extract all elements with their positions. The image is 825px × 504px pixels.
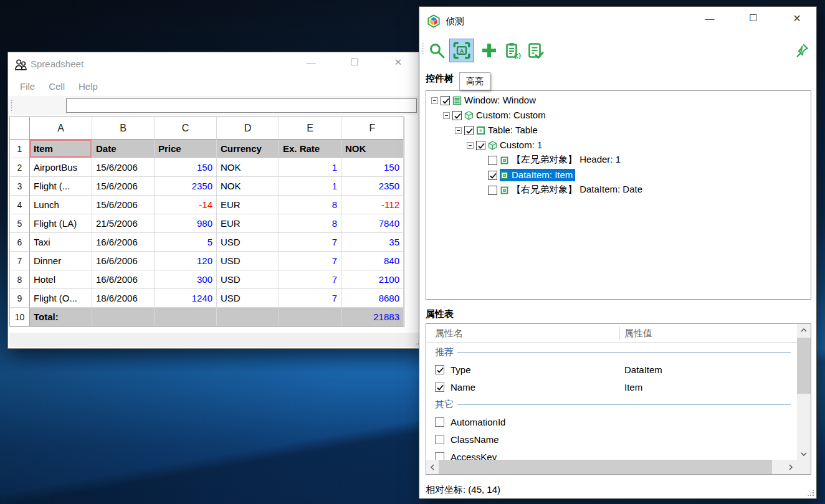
cell-A8[interactable]: Hotel <box>30 270 92 289</box>
tree-node-label[interactable]: Custom: 1 <box>500 139 544 151</box>
column-header-D[interactable]: D <box>217 117 279 140</box>
column-header-A[interactable]: A <box>30 117 92 140</box>
tree-node[interactable]: 【左兄弟对象】 Header: 1 <box>426 153 811 168</box>
property-row-accesskey[interactable]: AccessKey <box>426 448 797 460</box>
cell-E9[interactable]: 7 <box>279 289 341 308</box>
scroll-right-icon[interactable] <box>784 460 797 474</box>
horizontal-scrollbar[interactable] <box>426 460 811 474</box>
row-number-7[interactable]: 7 <box>10 252 30 270</box>
property-checkbox[interactable] <box>435 435 444 444</box>
inspector-close-button[interactable]: ✕ <box>783 7 811 29</box>
property-row-name[interactable]: NameItem <box>426 378 797 396</box>
spreadsheet-grid[interactable]: ABCDEF1ItemDatePriceCurrencyEx. RateNOK2… <box>9 116 404 327</box>
tree-node[interactable]: 【右兄弟对象】 DataItem: Date <box>426 183 811 197</box>
row-number-2[interactable]: 2 <box>10 158 30 177</box>
inspector-titlebar[interactable]: 侦测 — ☐ ✕ <box>419 7 816 35</box>
cell-D10[interactable] <box>217 308 279 326</box>
cell-B9[interactable]: 18/6/2006 <box>92 289 155 308</box>
spreadsheet-minimize-button[interactable]: — <box>297 52 325 72</box>
tree-node-body[interactable]: Table: Table <box>476 124 540 136</box>
cell-F7[interactable]: 840 <box>341 252 404 270</box>
search-icon[interactable] <box>427 40 447 60</box>
control-tree-panel[interactable]: Window: WindowCustom: CustomTable: Table… <box>426 90 811 300</box>
vertical-scrollbar-thumb[interactable] <box>797 338 811 394</box>
row-number-9[interactable]: 9 <box>10 289 30 308</box>
tree-node-body[interactable]: Window: Window <box>452 94 538 107</box>
property-checkbox[interactable] <box>435 365 444 374</box>
cell-D8[interactable]: USD <box>217 270 279 289</box>
capture-highlight-icon[interactable]: A <box>449 39 474 62</box>
tree-node-checkbox[interactable] <box>476 141 485 150</box>
tree-node[interactable]: Table: Table <box>426 123 811 138</box>
cell-C10[interactable] <box>155 308 217 326</box>
tree-expander-icon[interactable] <box>443 112 450 119</box>
cell-E5[interactable]: 8 <box>279 214 341 233</box>
formula-bar-input[interactable] <box>66 98 417 113</box>
add-icon[interactable] <box>479 40 499 60</box>
cell-A5[interactable]: Flight (LA) <box>30 214 92 233</box>
cell-C2[interactable]: 150 <box>155 158 217 177</box>
row-number-1[interactable]: 1 <box>10 140 30 158</box>
grid-corner-cell[interactable] <box>10 117 30 140</box>
cell-E2[interactable]: 1 <box>279 158 341 177</box>
cell-A2[interactable]: AirportBus <box>30 158 92 177</box>
menu-item-file[interactable]: File <box>13 78 42 94</box>
tree-node-checkbox[interactable] <box>488 171 497 180</box>
cell-E1[interactable]: Ex. Rate <box>279 140 341 158</box>
property-checkbox[interactable] <box>435 452 444 460</box>
menu-item-help[interactable]: Help <box>72 78 105 94</box>
cell-A6[interactable]: Taxi <box>30 233 92 252</box>
cell-B2[interactable]: 15/6/2006 <box>92 158 155 177</box>
property-checkbox[interactable] <box>435 417 444 427</box>
row-number-8[interactable]: 8 <box>10 270 30 289</box>
horizontal-scrollbar-thumb[interactable] <box>439 460 772 474</box>
validate-list-icon[interactable] <box>525 40 545 60</box>
tree-node-label[interactable]: Window: Window <box>464 94 538 107</box>
cell-F4[interactable]: -112 <box>341 196 404 214</box>
scroll-up-icon[interactable] <box>797 324 811 336</box>
tree-node[interactable]: Custom: Custom <box>426 108 811 123</box>
row-number-3[interactable]: 3 <box>10 177 30 196</box>
cell-C7[interactable]: 120 <box>155 252 217 270</box>
row-number-4[interactable]: 4 <box>10 196 30 214</box>
cell-F1[interactable]: NOK <box>341 140 404 158</box>
spreadsheet-maximize-button[interactable]: ☐ <box>340 52 369 72</box>
cell-E6[interactable]: 7 <box>279 233 341 252</box>
cell-D2[interactable]: NOK <box>217 158 279 177</box>
cell-A7[interactable]: Dinner <box>30 252 92 270</box>
tree-node[interactable]: Custom: 1 <box>426 138 811 153</box>
cell-F3[interactable]: 2350 <box>341 177 404 196</box>
cell-A10[interactable]: Total: <box>30 308 92 326</box>
tree-node-checkbox[interactable] <box>488 186 497 195</box>
cell-D6[interactable]: USD <box>217 233 279 252</box>
row-number-10[interactable]: 10 <box>10 308 30 326</box>
toolbar-grip-icon[interactable] <box>11 99 12 112</box>
cell-F9[interactable]: 8680 <box>341 289 404 308</box>
inspector-minimize-button[interactable]: — <box>695 7 724 29</box>
tree-node-body[interactable]: 【左兄弟对象】 Header: 1 <box>500 153 622 167</box>
tree-node-checkbox[interactable] <box>452 111 462 120</box>
cell-C5[interactable]: 980 <box>155 214 217 233</box>
toolbar-grip-icon[interactable] <box>422 42 424 55</box>
property-row-automationid[interactable]: AutomationId <box>426 413 797 430</box>
cell-B8[interactable]: 16/6/2006 <box>92 270 155 289</box>
row-number-6[interactable]: 6 <box>10 233 30 252</box>
column-header-F[interactable]: F <box>341 117 404 140</box>
resize-grip-icon[interactable] <box>807 489 814 497</box>
cell-E8[interactable]: 7 <box>279 270 341 289</box>
cell-A9[interactable]: Flight (O... <box>30 289 92 308</box>
pin-icon[interactable] <box>792 40 811 60</box>
cell-F10[interactable]: 21883 <box>341 308 404 326</box>
cell-D1[interactable]: Currency <box>217 140 279 158</box>
cell-C9[interactable]: 1240 <box>155 289 217 308</box>
property-row-classname[interactable]: ClassName <box>426 430 797 448</box>
cell-C4[interactable]: -14 <box>155 196 217 214</box>
scroll-left-icon[interactable] <box>426 460 439 474</box>
tree-node[interactable]: Window: Window <box>426 93 811 108</box>
tree-node-checkbox[interactable] <box>464 126 474 135</box>
vertical-scrollbar[interactable] <box>797 324 811 460</box>
tree-node-body[interactable]: Custom: 1 <box>488 139 544 151</box>
tree-node-checkbox[interactable] <box>441 96 450 105</box>
cell-D3[interactable]: NOK <box>217 177 279 196</box>
cell-B3[interactable]: 15/6/2006 <box>92 177 155 196</box>
